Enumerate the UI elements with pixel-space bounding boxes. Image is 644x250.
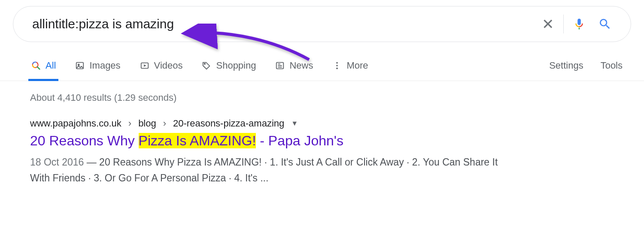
title-part: 20 Reasons Why: [30, 133, 139, 148]
result-title[interactable]: 20 Reasons Why Pizza Is AMAZING! - Papa …: [30, 132, 631, 150]
tab-more[interactable]: More: [331, 54, 369, 81]
tab-label: Images: [89, 60, 120, 71]
breadcrumb-separator: ›: [163, 118, 166, 129]
tools-link[interactable]: Tools: [601, 60, 623, 71]
result-crumb: blog: [138, 118, 156, 129]
result-url[interactable]: www.papajohns.co.uk › blog › 20-reasons-…: [30, 118, 631, 129]
svg-line-3: [37, 67, 40, 69]
title-highlight: Pizza Is AMAZING!: [139, 133, 256, 148]
voice-search-button[interactable]: [566, 15, 592, 33]
settings-link[interactable]: Settings: [549, 60, 583, 71]
svg-point-5: [78, 64, 79, 66]
close-icon: ✕: [542, 17, 554, 31]
search-icon: [598, 17, 612, 31]
search-button[interactable]: [592, 15, 618, 33]
shopping-icon: [201, 60, 212, 71]
svg-point-13: [337, 65, 338, 66]
all-icon: [31, 60, 41, 71]
tab-videos[interactable]: Videos: [139, 54, 184, 81]
separator: [563, 15, 564, 33]
result-snippet: 18 Oct 2016 — 20 Reasons Why Pizza Is AM…: [30, 154, 502, 186]
tab-shopping[interactable]: Shopping: [200, 54, 257, 81]
search-input[interactable]: [32, 17, 535, 31]
search-tabs: All Images Videos: [0, 54, 644, 81]
svg-point-7: [204, 63, 205, 64]
svg-point-14: [337, 68, 338, 69]
clear-button[interactable]: ✕: [535, 15, 561, 33]
images-icon: [75, 60, 85, 71]
result-date: 18 Oct 2016: [30, 157, 84, 168]
svg-point-12: [337, 62, 338, 64]
result-crumb: 20-reasons-pizza-amazing: [173, 118, 284, 129]
result-host: www.papajohns.co.uk: [30, 118, 122, 129]
tab-news[interactable]: News: [274, 54, 314, 81]
tab-label: Videos: [154, 60, 183, 71]
tab-label: More: [346, 60, 368, 71]
search-result: www.papajohns.co.uk › blog › 20-reasons-…: [30, 118, 631, 186]
tab-label: Shopping: [216, 60, 256, 71]
news-icon: [275, 60, 285, 71]
videos-icon: [140, 60, 150, 71]
more-icon: [332, 60, 342, 71]
tab-label: All: [46, 60, 56, 71]
search-bar[interactable]: ✕: [13, 6, 631, 42]
tab-images[interactable]: Images: [74, 54, 121, 81]
result-stats: About 4,410 results (1.29 seconds): [30, 92, 631, 103]
tab-label: News: [289, 60, 313, 71]
tab-all[interactable]: All: [30, 54, 57, 81]
microphone-icon: [573, 18, 586, 30]
snippet-text: — 20 Reasons Why Pizza Is AMAZING! · 1. …: [30, 157, 498, 184]
chevron-down-icon[interactable]: ▼: [291, 120, 298, 127]
title-part: - Papa John's: [256, 133, 343, 148]
breadcrumb-separator: ›: [128, 118, 131, 129]
